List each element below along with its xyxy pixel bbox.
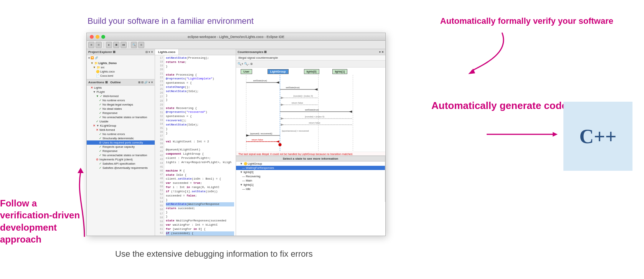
- debugging-info-label: Use the extensive debugging information …: [115, 249, 313, 259]
- assertions-btn-3[interactable]: 🔗: [144, 81, 148, 84]
- project-explorer-header: Project Explorer ⊠ ⊟ ▾ ✕: [87, 49, 155, 55]
- state-waiting[interactable]: — WaitingForResponses: [236, 166, 385, 170]
- svg-point-36: [279, 143, 282, 146]
- assertion-no-runtime[interactable]: ✓ No runtime errors: [87, 98, 155, 102]
- tab-lights-coco[interactable]: Lights.coco: [155, 49, 179, 55]
- svg-marker-27: [281, 124, 284, 126]
- svg-marker-21: [349, 111, 352, 113]
- assertion-struct-det[interactable]: ✓ Structurally deterministic: [87, 136, 155, 140]
- new-icon[interactable]: ⊞: [88, 56, 90, 59]
- assertion-usable[interactable]: ✓ Usable: [87, 119, 155, 124]
- counter-close-icon[interactable]: ✕: [381, 51, 384, 54]
- filter-icon[interactable]: 🔽: [91, 56, 94, 59]
- assertion-responsive2[interactable]: ✓ Responsive: [87, 149, 155, 153]
- svg-marker-3: [78, 168, 84, 173]
- assertions-btn-2[interactable]: ⊟: [141, 81, 144, 84]
- assertion-tree: ✕ Lights ▼ PLight ▼ ✓ Well-formed ✓ No r…: [87, 86, 155, 236]
- state-lightgroup[interactable]: ▼ 🟡 LightGroup: [236, 162, 385, 166]
- toolbar-btn-6[interactable]: 🔍: [131, 42, 137, 48]
- actor-lightgroup: LightGroup: [268, 69, 289, 74]
- seq-error-message: The last signal was illegal: it could no…: [236, 152, 385, 156]
- toolbar-separator-2: [129, 42, 129, 48]
- svg-marker-24: [281, 117, 284, 120]
- assertion-impl[interactable]: ⊘ Implements PLight (client): [87, 157, 155, 162]
- ide-body: Project Explorer ⊠ ⊟ ▾ ✕ ⊞ 🔽 🔗 ▼ 📁 Light…: [87, 49, 385, 236]
- svg-marker-12: [315, 88, 318, 91]
- svg-text:[spontaneous] τ recovered: [spontaneous] τ recovered: [282, 130, 309, 132]
- editor-tabs: Lights.coco: [155, 49, 236, 55]
- line-numbers: 171819202122232425262728 293031323334353…: [155, 55, 164, 236]
- tree-item-src[interactable]: ▼ 📁 src: [87, 65, 155, 69]
- svg-text:return false: return false: [252, 139, 264, 141]
- fit-icon[interactable]: ⊡: [251, 62, 253, 66]
- toolbar-separator-1: [104, 42, 104, 48]
- zoom-in-icon[interactable]: 🔍+: [238, 62, 243, 66]
- assertion-plight[interactable]: ▼ PLight: [87, 90, 155, 94]
- generate-code-arrow: [487, 129, 563, 140]
- assertion-wf2[interactable]: ✕ Well-formed: [87, 128, 155, 132]
- traffic-lights: [90, 35, 105, 39]
- assertion-well-formed[interactable]: ▼ ✓ Well-formed: [87, 94, 155, 98]
- state-lights0[interactable]: ▼ lights[0]: [236, 170, 385, 174]
- svg-text:setState(true): setState(true): [286, 86, 300, 89]
- collapse-icon[interactable]: ⊟: [145, 51, 148, 54]
- assertion-responsive[interactable]: ✓ Responsive: [87, 111, 155, 115]
- svg-marker-9: [276, 81, 279, 84]
- toolbar-btn-7[interactable]: ⚙: [138, 42, 144, 48]
- svg-marker-18: [281, 104, 284, 106]
- assertion-no-runtime2[interactable]: ✓ No runtime errors: [87, 132, 155, 136]
- menu-icon[interactable]: ▾: [149, 51, 150, 54]
- toolbar-btn-1[interactable]: ⊞: [88, 42, 94, 48]
- state-recovering[interactable]: — Recovering: [236, 174, 385, 178]
- minimize-button[interactable]: [96, 35, 99, 39]
- assertion-no-unreachable[interactable]: ✓ No unreachable states or transition: [87, 115, 155, 119]
- assertion-lights[interactable]: ✕ Lights: [87, 86, 155, 90]
- assertion-api[interactable]: ✓ Satisfies API specification: [87, 162, 155, 166]
- state-idle[interactable]: — Idle: [236, 187, 385, 191]
- counter-menu-icon[interactable]: ▾: [379, 51, 381, 54]
- assertion-no-unreachable2[interactable]: ✓ No unreachable states or transition: [87, 153, 155, 157]
- svg-text:[nondet] τ (index 0): [nondet] τ (index 0): [305, 116, 325, 118]
- seq-actors: User LightGroup lights[0] lights[1]: [236, 68, 385, 75]
- cpp-output-box: C++: [563, 102, 632, 171]
- assertion-uses-ports[interactable]: ⊘ Uses its required ports correctly: [87, 140, 155, 145]
- formally-verify-label: Automatically formally verify your softw…: [440, 16, 613, 26]
- assertion-klightgroup[interactable]: ✕ ▼ KLightGroup: [87, 124, 155, 128]
- seq-diagram-svg: setState(true) setState(true) [nondet] τ…: [236, 75, 385, 152]
- tree-item-lights-coco[interactable]: 🟡 Lights.coco: [87, 69, 155, 74]
- zoom-out-icon[interactable]: 🔍-: [244, 62, 250, 66]
- cpp-label: C++: [580, 125, 617, 148]
- assertions-close-icon[interactable]: ✕: [151, 81, 153, 84]
- counterexample-title: Illegal signal counterexample: [236, 55, 385, 61]
- assertion-eventually[interactable]: ✓ Satisfies @eventually requirements: [87, 166, 155, 170]
- project-tree: ▼ 📁 Lights_Demo ▼ 📁 src 🟡 Lights.coco 📄 …: [87, 61, 155, 78]
- link-icon[interactable]: 🔗: [95, 56, 98, 59]
- editor-content: 171819202122232425262728 293031323334353…: [155, 55, 236, 236]
- assertion-queue[interactable]: ✓ Respects queue capacity: [87, 145, 155, 149]
- panel-center: Lights.coco 171819202122232425262728 293…: [155, 49, 236, 236]
- assertion-no-illegal[interactable]: ✓ No illegal-legal overlaps: [87, 102, 155, 107]
- tree-item-coco-toml[interactable]: 📄 Coco.toml: [87, 74, 155, 78]
- close-panel-icon[interactable]: ✕: [151, 51, 153, 54]
- code-editor[interactable]: setNextState(Processing); return true; }…: [164, 55, 236, 236]
- toolbar-btn-2[interactable]: ⊟: [96, 42, 102, 48]
- toolbar-btn-4[interactable]: ⏹: [113, 42, 119, 48]
- ide-frame: eclipse-workspace - Lights_Demo/src/Ligh…: [86, 33, 386, 236]
- toolbar-btn-3[interactable]: ▶: [106, 42, 112, 48]
- sequence-diagram: User LightGroup lights[0] lights[1] setS…: [236, 68, 385, 156]
- toolbar-btn-5[interactable]: ⏭: [121, 42, 127, 48]
- ide-toolbar: ⊞ ⊟ ▶ ⏹ ⏭ 🔍 ⚙: [87, 41, 385, 49]
- assertion-no-dead[interactable]: ✓ No dead states: [87, 107, 155, 111]
- state-lights1[interactable]: ▼ lights[1]: [236, 183, 385, 187]
- assertions-menu-icon[interactable]: ▾: [149, 81, 150, 84]
- svg-text:(queued): recovered(): (queued): recovered(): [250, 132, 272, 135]
- panel-bottom: Select a state to see more information ▼…: [236, 156, 385, 202]
- close-button[interactable]: [90, 35, 94, 39]
- tree-item-lights-demo[interactable]: ▼ 📁 Lights_Demo: [87, 61, 155, 65]
- state-main[interactable]: — Main: [236, 178, 385, 183]
- maximize-button[interactable]: [101, 35, 105, 39]
- assertions-btn-1[interactable]: ⊞: [138, 81, 140, 84]
- generate-code-label: Automatically generate code: [431, 100, 567, 112]
- actor-lights1: lights[1]: [332, 69, 348, 74]
- panel-left: Project Explorer ⊠ ⊟ ▾ ✕ ⊞ 🔽 🔗 ▼ 📁 Light…: [87, 49, 155, 236]
